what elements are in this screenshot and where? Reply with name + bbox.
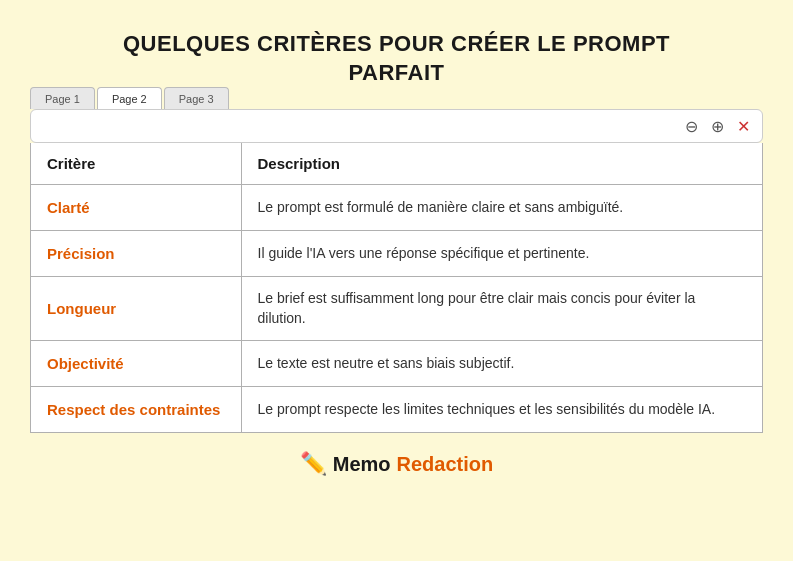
close-icon[interactable]: ✕ bbox=[734, 117, 752, 135]
browser-bar: ⊖ ⊕ ✕ bbox=[30, 109, 763, 143]
table-header-row: Critère Description bbox=[31, 143, 762, 185]
browser-tab-3[interactable]: Page 3 bbox=[164, 87, 229, 109]
cell-criteria-1: Précision bbox=[31, 231, 241, 277]
brand-name-redaction: Redaction bbox=[397, 453, 494, 476]
footer: ✏️ MemoRedaction bbox=[300, 451, 493, 477]
brand-name-memo: Memo bbox=[333, 453, 391, 476]
col-header-criteria: Critère bbox=[31, 143, 241, 185]
criteria-table: Critère Description ClartéLe prompt est … bbox=[31, 143, 762, 432]
cell-criteria-4: Respect des contraintes bbox=[31, 387, 241, 433]
cell-criteria-3: Objectivité bbox=[31, 341, 241, 387]
cell-description-4: Le prompt respecte les limites technique… bbox=[241, 387, 762, 433]
col-header-description: Description bbox=[241, 143, 762, 185]
table-row: Respect des contraintesLe prompt respect… bbox=[31, 387, 762, 433]
browser-tabs: Page 1 Page 2 Page 3 bbox=[30, 87, 229, 109]
table-row: PrécisionIl guide l'IA vers une réponse … bbox=[31, 231, 762, 277]
browser-tab-2[interactable]: Page 2 bbox=[97, 87, 162, 109]
table-row: ClartéLe prompt est formulé de manière c… bbox=[31, 185, 762, 231]
minimize-icon[interactable]: ⊖ bbox=[682, 117, 700, 135]
criteria-table-wrapper: Critère Description ClartéLe prompt est … bbox=[30, 143, 763, 433]
cell-criteria-0: Clarté bbox=[31, 185, 241, 231]
pencil-icon: ✏️ bbox=[300, 451, 327, 477]
brand-logo: ✏️ MemoRedaction bbox=[300, 451, 493, 477]
table-row: ObjectivitéLe texte est neutre et sans b… bbox=[31, 341, 762, 387]
cell-criteria-2: Longueur bbox=[31, 277, 241, 341]
globe-icon[interactable]: ⊕ bbox=[708, 117, 726, 135]
cell-description-3: Le texte est neutre et sans biais subjec… bbox=[241, 341, 762, 387]
cell-description-2: Le brief est suffisamment long pour être… bbox=[241, 277, 762, 341]
page-title: QUELQUES CRITÈRES POUR CRÉER LE PROMPT P… bbox=[123, 30, 670, 87]
cell-description-0: Le prompt est formulé de manière claire … bbox=[241, 185, 762, 231]
table-row: LongueurLe brief est suffisamment long p… bbox=[31, 277, 762, 341]
browser-tab-1[interactable]: Page 1 bbox=[30, 87, 95, 109]
cell-description-1: Il guide l'IA vers une réponse spécifiqu… bbox=[241, 231, 762, 277]
